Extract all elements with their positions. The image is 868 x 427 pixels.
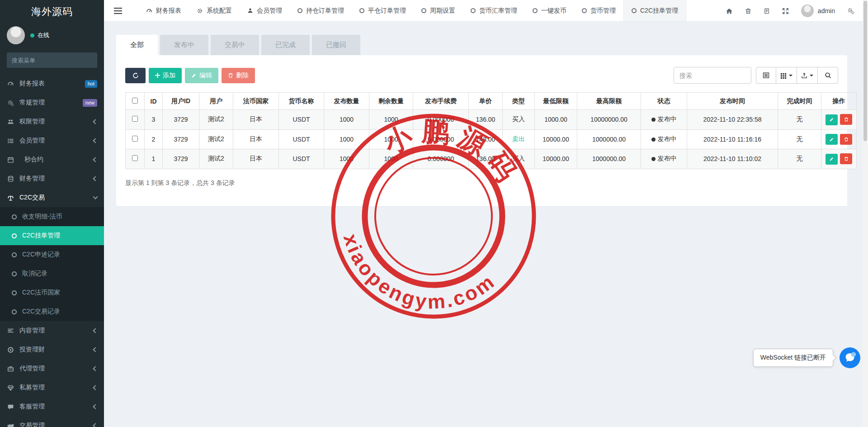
delete-button[interactable]: 删除 [222,68,255,83]
sidebar-item-fiat-detail[interactable]: 收支明细-法币 [0,207,104,226]
tab-system-config[interactable]: 系统配置 [189,0,240,21]
cell-max-limit: 1000000.00 [577,129,641,149]
circle-icon [12,309,17,314]
tab-period-settings[interactable]: 周期设置 [414,0,463,21]
circle-icon [582,8,587,13]
sidebar-item-c2c-appeals[interactable]: C2C申述记录 [0,245,104,264]
nav-tabs: 财务报表 系统配置 会员管理 持仓订单管理 平仓订单管理 周期设置 货币汇率管理… [138,0,686,21]
table-row[interactable]: 3 3729 测试2 日本 USDT 1000 1000 0.000000 13… [126,110,857,130]
sidebar-item-members[interactable]: 会员管理 [0,131,104,150]
tab-position-orders[interactable]: 持仓订单管理 [290,0,352,21]
row-checkbox[interactable] [132,136,138,142]
home-icon[interactable] [726,7,733,14]
handshake-icon [7,422,14,427]
sidebar-item-second-contract[interactable]: 秒合约 [0,150,104,169]
fullscreen-icon[interactable] [782,7,789,14]
calendar-icon [7,157,14,163]
sidebar-item-cancel-records[interactable]: 取消记录 [0,264,104,283]
sidebar-item-trade-manage[interactable]: 交易管理 [0,416,104,427]
search-button[interactable] [818,67,838,84]
columns-button[interactable] [776,67,797,84]
table-search-input[interactable] [674,67,751,84]
row-delete-button[interactable] [840,114,852,125]
select-all-checkbox[interactable] [132,98,138,104]
filter-tab-all[interactable]: 全部 [116,35,158,55]
cell-finish-time: 无 [778,129,821,149]
tab-currency-manage[interactable]: 货币管理 [574,0,623,21]
sidebar-item-c2c[interactable]: C2C交易 [0,188,104,207]
sidebar-item-c2c-trade-records[interactable]: C2C交易记录 [0,302,104,321]
sidebar-item-finance-report[interactable]: 财务报表 hot [0,74,104,93]
tab-finance-report[interactable]: 财务报表 [138,0,189,21]
row-delete-button[interactable] [840,153,852,164]
chevron-left-icon [93,347,98,352]
sidebar-item-invest[interactable]: 投资理财 [0,340,104,359]
user-menu[interactable]: admin [801,5,835,17]
tab-one-click-coin[interactable]: 一键发币 [525,0,574,21]
cell-fee: 0.000000 [413,129,469,149]
edit-button[interactable]: 编辑 [185,68,218,83]
sidebar-item-label: 常规管理 [19,99,45,107]
list-icon [7,138,14,144]
sidebar-item-content-manage[interactable]: 内容管理 [0,321,104,340]
sidebar-item-label: 秒合约 [24,156,43,164]
cell-user: 测试2 [199,110,233,130]
row-edit-button[interactable] [826,154,838,165]
tab-label: 平仓订单管理 [368,7,406,15]
add-button[interactable]: 添加 [149,68,182,83]
table-row[interactable]: 1 3729 测试2 日本 USDT 1000 1000 0.000000 13… [126,149,857,169]
filter-tab-withdrawn[interactable]: 已撤回 [312,35,360,55]
chat-widget-button[interactable] [840,347,860,368]
plus-icon [155,73,160,78]
tab-members[interactable]: 会员管理 [240,0,290,21]
vertical-scrollbar[interactable] [863,0,868,427]
sidebar-item-label: 收支明细-法币 [22,213,62,221]
tab-closed-orders[interactable]: 平仓订单管理 [352,0,414,21]
refresh-button[interactable] [125,68,146,83]
clear-cache-icon[interactable] [764,7,770,14]
pencil-icon [829,137,834,142]
col-publish-amount: 发布数量 [324,93,369,110]
sidebar-toggle-button[interactable] [104,0,132,21]
export-button[interactable] [797,67,818,84]
row-delete-button[interactable] [840,134,852,145]
cell-id: 2 [145,129,163,149]
sidebar-item-label: C2C法币国家 [22,289,60,297]
tab-c2c-orders[interactable]: C2C挂单管理 [623,0,686,21]
settings-gears-icon[interactable] [847,7,854,14]
brand-title: 海外源码 [0,0,104,24]
row-checkbox[interactable] [132,116,138,122]
tab-exchange-rates[interactable]: 货币汇率管理 [463,0,525,21]
filter-tab-trading[interactable]: 交易中 [211,35,259,55]
row-edit-button[interactable] [826,114,838,125]
sidebar-item-finance-manage[interactable]: 财务管理 [0,169,104,188]
database-icon [7,176,14,182]
trash-icon[interactable] [745,7,751,14]
cell-status: 发布中 [641,129,687,149]
tab-label: 系统配置 [207,7,232,15]
sidebar-item-private-fund[interactable]: 私募管理 [0,378,104,397]
trash-icon [844,137,849,142]
sidebar-item-label: C2C交易记录 [22,308,60,316]
chevron-left-icon [93,138,98,143]
chevron-down-icon [93,194,98,199]
cell-remain-amount: 1000 [369,129,413,149]
table-row[interactable]: 2 3729 测试2 日本 USDT 1000 1000 0.000000 14… [126,129,857,149]
cell-publish-amount: 1000 [324,129,369,149]
filter-tab-publishing[interactable]: 发布中 [160,35,208,55]
filter-tab-completed[interactable]: 已完成 [261,35,310,55]
sidebar-item-label: 内容管理 [19,327,45,335]
sidebar-item-c2c-orders[interactable]: C2C挂单管理 [0,226,104,245]
scrollbar-thumb[interactable] [863,1,867,141]
sidebar-item-label: 客服管理 [19,403,45,411]
menu-search-input[interactable] [12,57,91,64]
cell-type: 买入 [503,149,535,169]
row-edit-button[interactable] [826,134,838,145]
sidebar-item-general[interactable]: 常规管理 new [0,93,104,112]
sidebar-item-agent[interactable]: 代理管理 [0,359,104,378]
sidebar-item-support[interactable]: 客服管理 [0,397,104,416]
row-checkbox[interactable] [132,155,138,161]
sidebar-item-permissions[interactable]: 权限管理 [0,112,104,131]
sidebar-item-c2c-fiat-country[interactable]: C2C法币国家 [0,283,104,302]
detail-view-button[interactable] [756,67,776,84]
